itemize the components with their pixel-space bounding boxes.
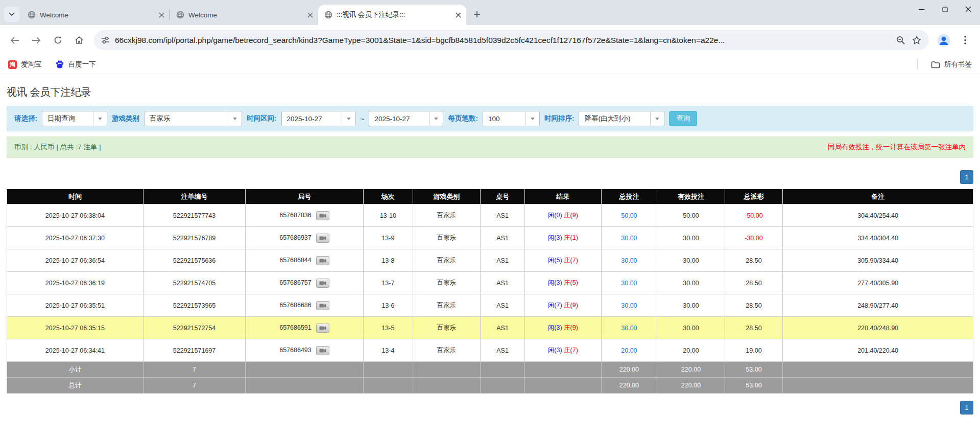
chevron-down-icon [525,111,539,126]
game-type-value: 百家乐 [145,111,228,126]
payout-value: 28.50 [746,325,761,332]
cell-result: 闲(5) 庄(7) [525,249,601,272]
total-bet-link[interactable]: 30.00 [621,257,637,264]
page-size-value: 100 [483,111,525,126]
total-bet-link[interactable]: 20.00 [621,347,637,354]
time-sort-select[interactable]: 降幂(由大到小) [579,111,664,126]
cell-game-type: 百家乐 [413,339,480,362]
result-player: 闲(3) [548,324,562,331]
payout-value: 28.50 [746,257,761,264]
tab-title: :::视讯 会员下注纪录::: [337,10,451,19]
page-1-button[interactable]: 1 [960,401,973,415]
new-tab-button[interactable] [469,7,485,22]
maximize-button[interactable] [933,0,957,18]
table-row: 2025-10-27 06:34:41522921571697657686493… [7,339,973,362]
cell-valid-bet: 30.00 [657,227,725,249]
page-title: 视讯 会员下注纪录 [7,85,973,99]
cell-remark: 277.40/305.90 [783,272,973,294]
cell-game-type: 百家乐 [413,249,480,272]
video-camera-icon [319,326,326,331]
bookmark-label: 百度一下 [68,60,96,69]
bookmark-baidu[interactable]: 百度一下 [55,60,96,69]
back-button[interactable] [5,31,25,50]
result-banker: 庄(7) [564,347,578,354]
video-camera-icon [319,281,326,286]
video-replay-button[interactable] [316,324,329,333]
result-banker: 庄(7) [564,257,578,264]
all-bookmarks-label: 所有书签 [944,60,972,69]
game-type-select[interactable]: 百家乐 [144,111,242,126]
cell-session: 13-8 [364,249,413,272]
column-header: 备注 [783,190,973,204]
total-bet-link[interactable]: 30.00 [621,325,637,332]
cell-game-type: 百家乐 [413,272,480,294]
total-total-bet: 220.00 [601,378,657,394]
cell-table-id: AS1 [481,339,525,362]
all-bookmarks-button[interactable]: 所有书签 [931,60,972,69]
tab-bet-records[interactable]: :::视讯 会员下注纪录::: [318,5,466,25]
cell-bet-id: 522921573965 [143,294,246,317]
close-icon[interactable] [307,12,313,18]
tab-welcome-1[interactable]: Welcome [21,5,170,25]
profile-avatar-button[interactable] [934,31,953,50]
close-icon[interactable] [456,12,461,18]
video-replay-button[interactable] [316,346,329,355]
column-header: 游戏类别 [413,190,480,204]
cell-table-id: AS1 [481,272,525,294]
cell-bet-id: 522921575636 [143,249,246,272]
query-button[interactable]: 查询 [669,111,697,126]
tab-welcome-2[interactable]: Welcome [170,5,318,25]
video-replay-button[interactable] [316,279,329,288]
reload-button[interactable] [48,31,67,50]
subtotal-count: 7 [143,362,246,378]
total-bet-link[interactable]: 30.00 [621,302,637,309]
bet-records-table: 时间注单编号局号场次游戏类别桌号结果总投注有效投注总派彩备注 2025-10-2… [7,189,973,394]
total-bet-link[interactable]: 30.00 [621,280,637,287]
date-from-select[interactable]: 2025-10-27 [281,111,356,126]
date-to-select[interactable]: 2025-10-27 [369,111,443,126]
cell-session: 13-6 [364,294,413,317]
total-payout: 53.00 [725,378,783,394]
column-header: 有效投注 [657,190,725,204]
table-row: 2025-10-27 06:37:30522921576789657686937… [7,227,973,249]
game-type-label: 游戏类别 [112,114,139,123]
cell-round-id: 657686937 [246,227,364,249]
forward-button[interactable] [27,31,46,50]
browser-menu-button[interactable] [955,31,975,50]
site-settings-icon [101,36,110,44]
result-player: 闲(3) [548,347,562,354]
chevron-down-icon [342,111,355,126]
query-mode-select[interactable]: 日期查询 [42,111,107,126]
subtotal-payout: 53.00 [725,362,783,378]
video-replay-button[interactable] [316,234,329,243]
result-banker: 庄(9) [564,302,578,309]
home-button[interactable] [69,31,89,50]
cell-table-id: AS1 [481,317,525,339]
video-replay-button[interactable] [316,211,329,220]
minimize-button[interactable] [910,0,933,18]
address-bar[interactable]: 66cxkj98.com/ipl/portal.php/game/betreco… [94,30,929,50]
bookmark-aitaobao[interactable]: 淘 爱淘宝 [8,60,42,69]
cell-total-bet: 20.00 [601,339,657,362]
cell-remark: 201.40/220.40 [783,339,973,362]
zoom-level-button[interactable] [892,32,909,49]
close-icon[interactable] [159,12,164,18]
column-header: 总派彩 [725,190,783,204]
total-bet-link[interactable]: 50.00 [621,212,637,219]
video-replay-button[interactable] [316,301,329,310]
cell-session: 13-4 [364,339,413,362]
result-player: 闲(7) [548,302,562,309]
window-controls [910,0,980,18]
close-window-button[interactable] [957,0,980,18]
total-bet-link[interactable]: 30.00 [621,235,637,242]
time-sort-label: 时间排序: [544,114,575,123]
video-replay-button[interactable] [316,256,329,265]
bookmark-star-button[interactable] [909,32,925,49]
magnifier-icon [896,36,905,44]
forward-icon [32,36,41,44]
page-size-select[interactable]: 100 [483,111,540,126]
page-1-button[interactable]: 1 [960,170,973,184]
time-sort-value: 降幂(由大到小) [579,111,650,126]
tab-search-button[interactable] [4,7,19,22]
cell-remark: 304.40/254.40 [783,204,973,227]
